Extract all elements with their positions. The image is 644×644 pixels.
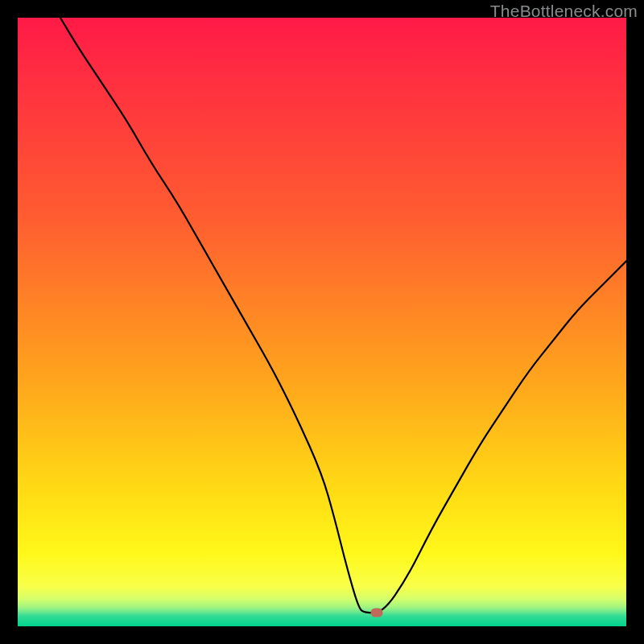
bottleneck-curve	[18, 18, 626, 626]
plot-area	[18, 18, 626, 626]
chart-frame: TheBottleneck.com	[0, 0, 644, 644]
watermark-text: TheBottleneck.com	[490, 2, 638, 21]
min-marker	[371, 608, 383, 617]
